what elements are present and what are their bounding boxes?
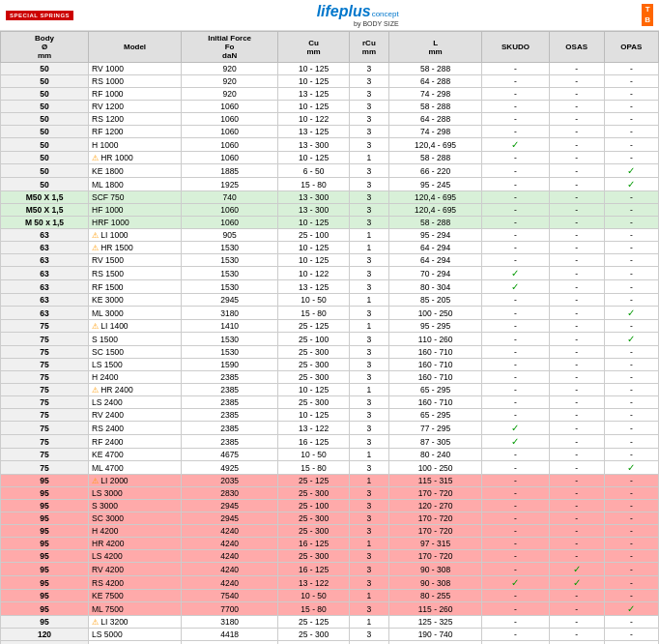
cell-force: 1530	[182, 346, 278, 359]
cell-skudo: -	[482, 396, 549, 409]
cell-osas: -	[549, 126, 604, 138]
table-row: 75H 2400238525 - 3003160 - 710---	[1, 371, 659, 384]
cell-body: 50	[1, 164, 89, 178]
table-row: 75LS 2400238525 - 3003160 - 710---	[1, 396, 659, 409]
check-icon: ✓	[627, 462, 635, 473]
check-icon: ✓	[627, 334, 635, 344]
cell-cu: 10 - 122	[278, 267, 350, 280]
cell-body: 63	[1, 229, 89, 242]
cell-osas: -	[549, 449, 604, 461]
cell-body: 75	[1, 371, 89, 384]
cell-osas: -	[549, 254, 604, 267]
table-row: 75RF 2400238516 - 125387 - 305✓--	[1, 435, 659, 449]
concept-text: concept	[372, 10, 399, 18]
cell-l: 74 - 298	[388, 126, 481, 138]
cell-skudo: ✓	[482, 422, 549, 435]
cell-l: 160 - 710	[388, 396, 481, 409]
cell-osas: -	[549, 138, 604, 152]
by-body-size: by BODY SIZE	[317, 20, 399, 27]
cell-force: 4240	[182, 576, 278, 590]
warning-icon: ⚠	[92, 244, 100, 252]
cell-force: 920	[182, 63, 278, 75]
cell-rcu: 3	[349, 267, 388, 280]
cell-l: 65 - 295	[388, 384, 481, 396]
cell-body: 63	[1, 242, 89, 254]
check-icon: ✓	[511, 423, 519, 433]
warning-icon: ⚠	[92, 322, 100, 331]
cell-rcu: 3	[349, 422, 388, 435]
cell-osas: -	[549, 475, 604, 487]
cell-rcu: 3	[349, 435, 388, 449]
check-icon: ✓	[573, 577, 581, 588]
cell-l: 190 - 740	[388, 629, 481, 641]
cell-model: LS 2400	[89, 396, 182, 409]
cell-cu: 10 - 50	[278, 590, 350, 602]
cell-body: 50	[1, 101, 89, 113]
cell-osas: -	[549, 359, 604, 371]
cell-model: SCF 750	[89, 191, 182, 204]
cell-cu: 13 - 122	[278, 576, 350, 590]
cell-osas: -	[549, 267, 604, 280]
table-row: 95LS 3000283025 - 3003170 - 720---	[1, 487, 659, 500]
cell-rcu: 3	[349, 461, 388, 475]
cell-model: KE 1800	[89, 164, 182, 178]
cell-force: 7540	[182, 590, 278, 602]
tb-button[interactable]: TB	[642, 4, 653, 26]
cell-osas: -	[549, 384, 604, 396]
cell-opas: -	[604, 191, 658, 204]
cell-cu: 25 - 100	[278, 333, 350, 346]
cell-opas: -	[604, 280, 658, 294]
cell-osas: -	[549, 88, 604, 101]
cell-opas: -	[604, 384, 658, 396]
table-row: M50 X 1,5HF 1000106013 - 3003120,4 - 695…	[1, 204, 659, 217]
cell-rcu: 3	[349, 500, 388, 512]
cell-opas: -	[604, 409, 658, 422]
cell-rcu: 3	[349, 576, 388, 590]
cell-body: 95	[1, 590, 89, 602]
cell-model: ML 1800	[89, 178, 182, 191]
check-icon: ✓	[627, 307, 635, 318]
cell-osas: -	[549, 191, 604, 204]
cell-cu: 10 - 125	[278, 409, 350, 422]
cell-model: RF 2400	[89, 435, 182, 449]
cell-cu: 13 - 125	[278, 88, 350, 101]
cell-force: 2945	[182, 512, 278, 525]
cell-skudo: ✓	[482, 138, 549, 152]
cell-opas: -	[604, 88, 658, 101]
cell-skudo: -	[482, 371, 549, 384]
cell-skudo: -	[482, 525, 549, 538]
cell-model: RS 4200	[89, 576, 182, 590]
cell-skudo: -	[482, 294, 549, 307]
cell-opas: -	[604, 101, 658, 113]
cell-model: H 1000	[89, 138, 182, 152]
cell-rcu: 3	[349, 563, 388, 576]
cell-rcu: 3	[349, 487, 388, 500]
cell-opas: -	[604, 500, 658, 512]
cell-rcu: 3	[349, 396, 388, 409]
cell-opas: -	[604, 475, 658, 487]
cell-l: 160 - 710	[388, 346, 481, 359]
cell-rcu: 3	[349, 409, 388, 422]
cell-body: 75	[1, 461, 89, 475]
cell-rcu: 3	[349, 204, 388, 217]
cell-l: 120 - 270	[388, 500, 481, 512]
cell-body: 75	[1, 435, 89, 449]
cell-model: KE 4700	[89, 449, 182, 461]
cell-rcu: 3	[349, 550, 388, 563]
top-bar: SPECIAL SPRINGS lifeplus concept by BODY…	[0, 0, 659, 31]
cell-model: KE 3000	[89, 294, 182, 307]
cell-osas: -	[549, 320, 604, 333]
cell-model: S 1500	[89, 333, 182, 346]
cell-cu: 25 - 125	[278, 475, 350, 487]
cell-opas: -	[604, 435, 658, 449]
cell-model: H 4200	[89, 525, 182, 538]
table-row: 120LS 5000441825 - 3003190 - 740---	[1, 629, 659, 641]
cell-osas: -	[549, 242, 604, 254]
table-row: 95S 3000294525 - 1003120 - 270---	[1, 500, 659, 512]
cell-cu: 10 - 125	[278, 384, 350, 396]
cell-body: 75	[1, 409, 89, 422]
cell-model: RV 4200	[89, 563, 182, 576]
springs-table: BodyØmm Model Initial ForceFodaN Cumm rC…	[0, 31, 659, 644]
cell-skudo: -	[482, 254, 549, 267]
cell-l: 97 - 315	[388, 538, 481, 550]
